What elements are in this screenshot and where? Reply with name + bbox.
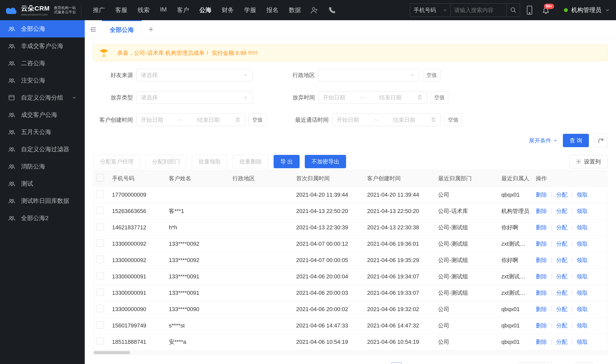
bulk-claim-button[interactable]: 批量领取 — [192, 155, 228, 168]
sidebar-item-0[interactable]: 全部公海 — [0, 20, 85, 38]
row-delete[interactable]: 删除 — [536, 322, 547, 329]
pager-next[interactable] — [501, 362, 512, 364]
query-button[interactable]: 查 询 — [563, 134, 589, 147]
row-claim[interactable]: 领取 — [577, 191, 588, 199]
row-checkbox[interactable] — [97, 239, 104, 247]
expand-filters-link[interactable]: 展开条件 — [529, 137, 558, 144]
bell-icon[interactable]: 99+ — [542, 6, 550, 14]
nav-item-9[interactable]: 数据 — [285, 4, 305, 16]
mobile-icon[interactable] — [525, 6, 534, 14]
sidebar-item-6[interactable]: 五月天公海 — [0, 123, 85, 141]
row-delete[interactable]: 删除 — [536, 273, 547, 280]
abandon-time-null-button[interactable]: 空值 — [431, 91, 448, 104]
nav-item-7[interactable]: 学服 — [240, 4, 260, 16]
row-checkbox[interactable] — [97, 305, 104, 312]
search-button[interactable] — [507, 3, 520, 17]
add-user-icon[interactable] — [310, 6, 319, 14]
sidebar-item-4[interactable]: 自定义公海分组 — [0, 89, 85, 106]
row-checkbox[interactable] — [97, 272, 104, 279]
create-time-range[interactable]: 开始日期~结束日期🗓 — [136, 114, 245, 126]
sidebar-item-5[interactable]: 成交客户公海 — [0, 106, 85, 123]
pager-page-5[interactable]: 5 — [451, 362, 462, 364]
row-delete[interactable]: 删除 — [536, 224, 547, 231]
search-type-select[interactable]: 手机号码 — [410, 3, 451, 17]
row-assign[interactable]: 分配 — [556, 338, 567, 346]
row-claim[interactable]: 领取 — [577, 305, 588, 313]
tab-add-button[interactable]: + — [142, 20, 160, 39]
last-call-range[interactable]: 开始日期~结束日期🗓 — [332, 114, 441, 126]
pager-page-2[interactable]: 2 — [406, 362, 417, 364]
row-claim[interactable]: 领取 — [577, 289, 588, 297]
bulk-delete-button[interactable]: 批量删除 — [233, 155, 269, 168]
row-checkbox[interactable] — [97, 190, 104, 198]
phone-icon[interactable] — [327, 6, 336, 14]
row-assign[interactable]: 分配 — [556, 191, 567, 199]
row-checkbox[interactable] — [97, 207, 104, 214]
abandon-type-select[interactable]: 请选择 — [136, 91, 253, 104]
row-assign[interactable]: 分配 — [556, 256, 567, 264]
row-claim[interactable]: 领取 — [577, 273, 588, 280]
row-delete[interactable]: 删除 — [536, 338, 547, 346]
row-assign[interactable]: 分配 — [556, 273, 567, 280]
row-checkbox[interactable] — [97, 288, 104, 296]
nav-item-2[interactable]: 线索 — [134, 4, 154, 16]
last-call-null-button[interactable]: 空值 — [444, 114, 462, 126]
set-columns-button[interactable]: 设置列 — [569, 155, 607, 168]
row-delete[interactable]: 删除 — [536, 305, 547, 313]
sidebar-item-2[interactable]: 二咨公海 — [0, 55, 85, 72]
sidebar-item-10[interactable]: 测试昨日回库数据 — [0, 192, 85, 209]
row-claim[interactable]: 领取 — [577, 256, 588, 264]
row-delete[interactable]: 删除 — [536, 191, 547, 199]
row-assign[interactable]: 分配 — [556, 289, 567, 297]
row-delete[interactable]: 删除 — [536, 256, 547, 264]
tabs-collapse-button[interactable] — [85, 20, 102, 39]
sidebar-item-1[interactable]: 非成交客户公海 — [0, 38, 85, 55]
sidebar-item-9[interactable]: 测试 — [0, 175, 85, 192]
row-checkbox[interactable] — [97, 321, 104, 328]
row-checkbox[interactable] — [97, 256, 104, 263]
row-assign[interactable]: 分配 — [556, 240, 567, 248]
tab-all-public[interactable]: 全部公海 — [102, 20, 142, 39]
assign-manager-button[interactable]: 分配客户经理 — [93, 155, 140, 168]
nav-item-4[interactable]: 客户 — [173, 4, 193, 16]
jump-input[interactable] — [574, 362, 593, 364]
row-assign[interactable]: 分配 — [556, 305, 567, 313]
row-assign[interactable]: 分配 — [556, 207, 567, 215]
row-assign[interactable]: 分配 — [556, 322, 567, 329]
region-select[interactable] — [318, 69, 419, 81]
row-delete[interactable]: 删除 — [536, 240, 547, 248]
table-scrollbar[interactable] — [94, 350, 607, 355]
pager-page-3[interactable]: 3 — [421, 362, 432, 364]
row-checkbox[interactable] — [97, 223, 104, 230]
row-assign[interactable]: 分配 — [556, 224, 567, 231]
export-plain-button[interactable]: 不加密导出 — [305, 155, 346, 168]
nav-item-0[interactable]: 推广 — [89, 4, 109, 16]
select-all-checkbox[interactable] — [97, 174, 104, 181]
sidebar-item-11[interactable]: 全部公海2 — [0, 209, 85, 227]
pager-prev[interactable] — [375, 362, 386, 364]
refresh-button[interactable] — [594, 134, 607, 147]
row-claim[interactable]: 领取 — [577, 207, 588, 215]
row-delete[interactable]: 删除 — [536, 207, 547, 215]
row-claim[interactable]: 领取 — [577, 322, 588, 329]
region-null-button[interactable]: 空值 — [423, 69, 440, 81]
sidebar-item-8[interactable]: 消防公海 — [0, 158, 85, 175]
row-claim[interactable]: 领取 — [577, 224, 588, 231]
export-button[interactable]: 导 出 — [274, 155, 300, 168]
pager-page-1[interactable]: 1 — [391, 362, 402, 364]
pager-page-4[interactable]: 4 — [436, 362, 447, 364]
friend-source-select[interactable]: 请选择 — [136, 69, 253, 81]
row-claim[interactable]: 领取 — [577, 240, 588, 248]
sidebar-item-7[interactable]: 自定义公海过滤器 — [0, 141, 85, 158]
nav-item-3[interactable]: IM — [156, 4, 171, 16]
row-checkbox[interactable] — [97, 338, 104, 345]
pager-last[interactable]: 6882 — [479, 362, 496, 364]
create-time-null-button[interactable]: 空值 — [249, 114, 266, 126]
row-claim[interactable]: 领取 — [577, 338, 588, 346]
nav-item-6[interactable]: 财务 — [218, 4, 238, 16]
user-menu[interactable]: 机构管理员 — [564, 6, 610, 14]
abandon-time-range[interactable]: 开始日期~结束日期🗓 — [318, 91, 427, 104]
search-input[interactable] — [451, 3, 507, 17]
page-size-select[interactable]: 10 条/页 — [518, 362, 552, 364]
sidebar-item-3[interactable]: 注安公海 — [0, 72, 85, 89]
